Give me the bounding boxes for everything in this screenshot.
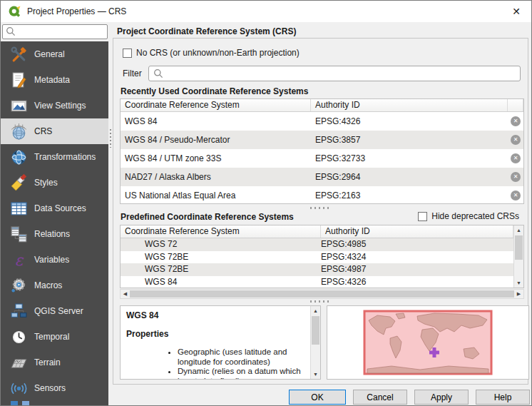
close-icon[interactable]: ✕ [508,6,524,17]
sidebar-nav: General Metadata View Settings CRS Trans… [1,41,108,405]
styles-icon [10,174,28,192]
no-crs-row: No CRS (or unknown/non-Earth projection) [123,48,300,58]
scroll-up-icon[interactable]: ▲ [311,306,320,315]
hide-deprecated-row: Hide deprecated CRSs [418,211,519,221]
recent-crs-row[interactable]: WGS 84 / UTM zone 33S EPSG:32733 ✕ [121,149,523,168]
no-crs-label: No CRS (or unknown/non-Earth projection) [136,48,300,58]
scrollbar-thumb[interactable] [312,316,319,345]
filter-label: Filter [123,68,142,78]
remove-crs-icon[interactable]: ✕ [511,191,521,201]
ok-button[interactable]: OK [289,390,346,405]
crs-properties-title: Properties [126,329,309,339]
project-properties-dialog: Project Properties — CRS ✕ General Metad… [0,0,532,406]
vertical-scrollbar[interactable]: ▲ ▼ [310,306,320,379]
search-icon [153,68,163,78]
predefined-table-header: Coordinate Reference System Authority ID [121,225,513,238]
predefined-crs-row[interactable]: WGS 72BE EPSG:4324 [121,251,523,264]
scroll-left-icon[interactable]: ◀ [121,290,130,298]
scroll-right-icon[interactable]: ▶ [514,290,523,298]
metadata-icon [10,71,28,89]
filter-row: Filter [123,66,521,81]
remove-crs-icon[interactable]: ✕ [511,135,521,145]
data-sources-icon [10,200,28,218]
variables-icon [10,251,28,269]
sidebar-item-data-sources[interactable]: Data Sources [1,196,108,221]
apply-button[interactable]: Apply [414,390,469,405]
qgis-server-icon [10,303,28,320]
splitter-handle[interactable] [310,207,332,209]
scroll-down-icon[interactable]: ▼ [514,278,523,288]
sidebar-item-sensors[interactable]: Sensors [1,375,108,401]
macros-icon [10,277,28,295]
predefined-crs-row[interactable]: WGS 84 EPSG:4326 [121,276,523,289]
world-map-preview [363,310,493,375]
sensors-icon [10,380,28,397]
remove-crs-icon[interactable]: ✕ [511,153,521,163]
predefined-crs-row[interactable]: WGS 72 EPSG:4985 [121,238,523,251]
hide-deprecated-label: Hide deprecated CRSs [431,211,519,221]
scroll-down-icon[interactable]: ▼ [311,370,320,379]
window-title: Project Properties — CRS [27,6,126,16]
splitter-handle[interactable] [310,300,332,303]
recent-crs-table: Coordinate Reference System Authority ID… [120,98,524,204]
crs-name: WGS 84 [126,310,309,320]
search-icon [6,26,16,36]
transformations-icon [10,148,28,166]
hide-deprecated-checkbox[interactable] [418,212,427,221]
sidebar-item-metadata[interactable]: Metadata [1,67,108,93]
column-header-authority[interactable]: Authority ID [321,225,513,238]
sidebar-item-variables[interactable]: Variables [1,247,108,273]
no-crs-checkbox[interactable] [123,49,132,58]
crs-icon [10,123,28,141]
view-settings-icon [10,97,28,115]
recent-table-header: Coordinate Reference System Authority ID [121,99,523,112]
temporal-icon [10,328,28,346]
crs-extent-preview [327,305,529,380]
remove-crs-icon[interactable]: ✕ [511,172,521,182]
scroll-up-icon[interactable]: ▲ [514,225,523,235]
remove-crs-icon[interactable]: ✕ [511,116,521,126]
sidebar-item-qgis-server[interactable]: QGIS Server [1,298,108,324]
scrollbar-thumb[interactable] [130,290,514,298]
crs-details-panel: WGS 84 Properties Geographic (uses latit… [120,305,321,380]
sidebar-item-crs[interactable]: CRS [1,118,108,144]
crs-group-title: Project Coordinate Reference System (CRS… [117,26,296,36]
help-button[interactable]: Help [476,390,530,405]
sidebar-item-clipped [11,401,36,405]
sidebar-item-temporal[interactable]: Temporal [1,324,108,350]
vertical-scrollbar[interactable]: ▲ ▼ [513,225,523,288]
horizontal-scrollbar[interactable]: ◀ ▶ [120,289,524,299]
sidebar-item-general[interactable]: General [1,41,108,67]
sidebar-search [2,24,108,39]
general-icon [10,46,28,64]
crs-property-item: Geographic (uses latitude and longitude … [178,347,309,367]
crs-property-item: Dynamic (relies on a datum which is not … [178,367,309,380]
sidebar-item-styles[interactable]: Styles [1,170,108,196]
sidebar-item-view-settings[interactable]: View Settings [1,93,108,118]
predefined-crs-table: Coordinate Reference System Authority ID… [120,225,524,288]
recent-crs-row[interactable]: WGS 84 EPSG:4326 ✕ [121,112,523,131]
column-header-remove [508,99,523,111]
recent-crs-row[interactable]: NAD27 / Alaska Albers EPSG:2964 ✕ [121,168,523,186]
terrain-icon [10,354,28,372]
sidebar-item-macros[interactable]: Macros [1,273,108,298]
sidebar-item-terrain[interactable]: Terrain [1,350,108,375]
recent-crs-row[interactable]: WGS 84 / Pseudo-Mercator EPSG:3857 ✕ [121,131,523,149]
qgis-logo-icon [8,5,21,19]
cancel-button[interactable]: Cancel [353,390,407,405]
scrollbar-thumb[interactable] [515,235,523,260]
title-bar[interactable]: Project Properties — CRS ✕ [1,1,531,22]
recent-crs-row[interactable]: US National Atlas Equal Area EPSG:2163 ✕ [121,186,523,204]
recent-crs-title: Recently Used Coordinate Reference Syste… [121,86,308,96]
predefined-crs-row[interactable]: WGS 72BE EPSG:4987 [121,263,523,276]
sidebar-item-relations[interactable]: Relations [1,221,108,247]
predefined-crs-title: Predefined Coordinate Reference Systems [121,212,294,222]
column-header-crs[interactable]: Coordinate Reference System [121,225,321,238]
sidebar-item-transformations[interactable]: Transformations [1,144,108,170]
relations-icon [10,225,28,243]
sidebar-search-input[interactable] [2,24,108,39]
column-header-authority[interactable]: Authority ID [311,99,508,111]
column-header-crs[interactable]: Coordinate Reference System [121,99,311,111]
crs-filter-input[interactable] [148,66,521,81]
crs-group-frame: No CRS (or unknown/non-Earth projection)… [113,38,528,385]
